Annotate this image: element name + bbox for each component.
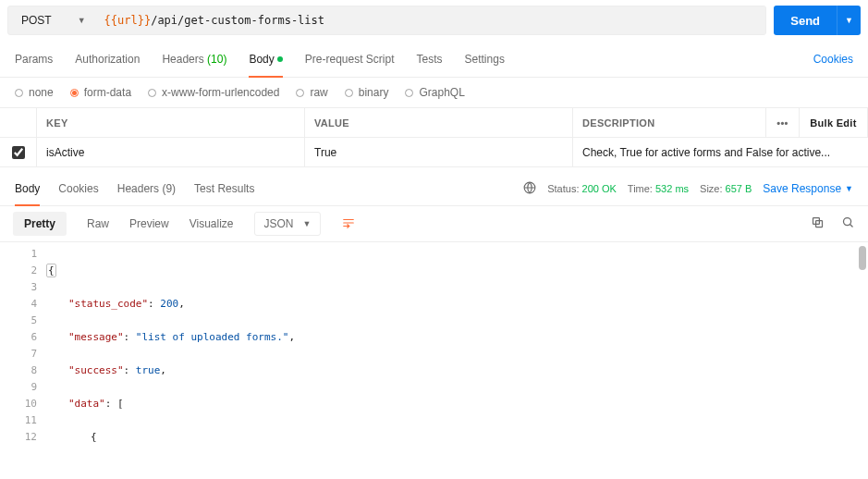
- tab-prerequest[interactable]: Pre-request Script: [305, 42, 395, 77]
- table-row[interactable]: isActive True Check, True for active for…: [0, 138, 868, 167]
- send-group: Send ▼: [774, 6, 861, 35]
- tab-tests[interactable]: Tests: [417, 42, 443, 77]
- search-icon[interactable]: [841, 215, 855, 232]
- viewer-tab-visualize[interactable]: Visualize: [189, 212, 234, 236]
- save-response-button[interactable]: Save Response ▼: [763, 182, 853, 195]
- send-dropdown-button[interactable]: ▼: [837, 6, 861, 35]
- col-key: KEY: [37, 108, 305, 137]
- http-method-select[interactable]: POST ▼: [8, 6, 95, 34]
- viewer-tab-preview[interactable]: Preview: [129, 212, 169, 236]
- row-checkbox-cell: [0, 138, 37, 166]
- radio-raw[interactable]: raw: [296, 86, 327, 99]
- tab-authorization[interactable]: Authorization: [75, 42, 140, 77]
- viewer-tab-pretty[interactable]: Pretty: [13, 212, 67, 236]
- col-more-button[interactable]: •••: [766, 108, 800, 137]
- url-input[interactable]: {{url}}/api/get-custom-forms-list: [95, 6, 766, 34]
- http-method-value: POST: [21, 14, 52, 27]
- radio-form-data[interactable]: form-data: [70, 86, 131, 99]
- tab-params[interactable]: Params: [15, 42, 53, 77]
- globe-icon[interactable]: [523, 181, 536, 196]
- request-tabs: Params Authorization Headers (10) Body P…: [0, 41, 868, 78]
- viewer-tab-raw[interactable]: Raw: [87, 212, 109, 236]
- send-button[interactable]: Send: [774, 6, 837, 35]
- body-type-radios: none form-data x-www-form-urlencoded raw…: [0, 78, 868, 107]
- time-label: Time: 532 ms: [628, 183, 689, 194]
- radio-binary[interactable]: binary: [345, 86, 389, 99]
- tab-settings[interactable]: Settings: [465, 42, 505, 77]
- unsaved-dot-icon: [277, 56, 283, 62]
- url-path: /api/get-custom-forms-list: [151, 14, 324, 27]
- method-url-container: POST ▼ {{url}}/api/get-custom-forms-list: [7, 6, 766, 35]
- row-description[interactable]: Check, True for active forms and False f…: [573, 138, 868, 166]
- response-viewer-bar: Pretty Raw Preview Visualize JSON▼: [0, 206, 868, 241]
- row-checkbox[interactable]: [12, 146, 25, 159]
- bulk-edit-button[interactable]: Bulk Edit: [800, 108, 868, 137]
- svg-line-6: [850, 225, 853, 227]
- col-value: VALUE: [305, 108, 573, 137]
- row-key[interactable]: isActive: [37, 138, 305, 166]
- line-gutter: 123456789101112: [0, 242, 46, 452]
- tab-body[interactable]: Body: [249, 42, 282, 77]
- response-body-viewer[interactable]: 123456789101112 { "status_code": 200, "m…: [0, 241, 868, 452]
- chevron-down-icon: ▼: [78, 16, 86, 25]
- status-label: Status: 200 OK: [547, 183, 617, 194]
- radio-none[interactable]: none: [15, 86, 54, 99]
- radio-graphql[interactable]: GraphQL: [405, 86, 464, 99]
- response-format-select[interactable]: JSON▼: [254, 212, 322, 236]
- row-value[interactable]: True: [305, 138, 573, 166]
- col-checkbox: [0, 108, 37, 137]
- response-tabs: Body Cookies Headers (9) Test Results St…: [0, 171, 868, 206]
- code-content: { "status_code": 200, "message": "list o…: [46, 242, 868, 452]
- form-data-table: KEY VALUE DESCRIPTION ••• Bulk Edit isAc…: [0, 107, 868, 167]
- url-variable: {{url}}: [104, 14, 152, 27]
- cookies-link[interactable]: Cookies: [813, 53, 853, 66]
- size-label: Size: 657 B: [700, 183, 752, 194]
- resp-tab-headers[interactable]: Headers (9): [117, 172, 176, 205]
- wrap-lines-icon[interactable]: [341, 216, 356, 232]
- scrollbar[interactable]: [859, 246, 866, 270]
- resp-tab-body[interactable]: Body: [15, 172, 40, 205]
- tab-headers[interactable]: Headers (10): [162, 42, 226, 77]
- copy-icon[interactable]: [811, 215, 825, 232]
- radio-urlencoded[interactable]: x-www-form-urlencoded: [148, 86, 279, 99]
- svg-point-5: [844, 218, 851, 226]
- resp-tab-cookies[interactable]: Cookies: [58, 172, 98, 205]
- resp-tab-testresults[interactable]: Test Results: [194, 172, 254, 205]
- col-description: DESCRIPTION: [573, 108, 766, 137]
